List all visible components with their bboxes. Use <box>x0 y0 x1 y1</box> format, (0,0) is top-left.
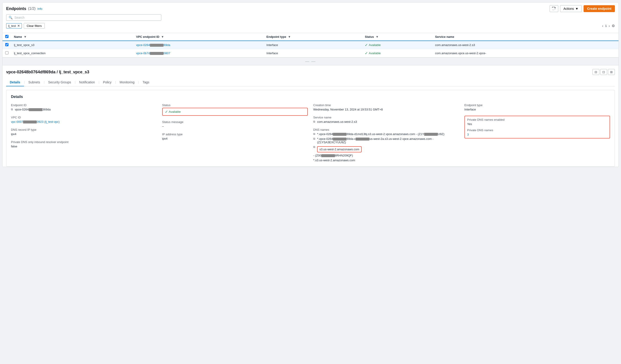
details-card-title: Details <box>11 95 610 99</box>
copy-dns-2-icon[interactable]: ⧉ <box>313 137 315 140</box>
filter-tag: lj_test ✕ <box>6 23 22 29</box>
page-title: Endpoints (1/2) <box>6 6 35 11</box>
status-item: Status ✓ Available <box>162 103 308 116</box>
col-name: Name ▼ <box>11 33 134 41</box>
table-row[interactable]: lj_test_vpce_s3 vpce-0264 69da Interface… <box>2 41 619 49</box>
view-split-btn[interactable]: ⊟ <box>592 69 599 75</box>
search-icon: 🔍 <box>9 16 13 19</box>
table-row[interactable]: lj_test_vpce_connection vpce-0b7d 0807 I… <box>2 49 619 57</box>
col-vpc-endpoint-id: VPC endpoint ID ▼ <box>134 33 264 41</box>
copy-dns-1-icon[interactable]: ⧉ <box>313 132 315 136</box>
row-status-2: ✓ Available <box>362 49 432 57</box>
dns-record-ip-item: DNS record IP type ipv4 <box>11 128 157 136</box>
pagination-next[interactable]: › <box>609 24 610 28</box>
row-checkbox-2[interactable] <box>5 51 8 54</box>
pagination-number: 1 <box>605 24 607 28</box>
tab-notification[interactable]: Notification <box>75 79 99 86</box>
dropdown-icon: ▼ <box>575 7 579 11</box>
tab-details[interactable]: Details <box>6 79 24 86</box>
copy-dns-3-icon[interactable]: ⧉ <box>313 145 315 148</box>
vpc-id-item: VPC ID vpc-0007 0923 (lj_test-vpc) <box>11 116 157 124</box>
service-name-item: Service name ⧉ com.amazonaws.us-west-2.s… <box>313 116 459 124</box>
actions-button[interactable]: Actions ▼ <box>560 5 582 12</box>
view-panel-btn[interactable]: ⊡ <box>600 69 607 75</box>
tab-security-groups[interactable]: Security Groups <box>45 79 75 86</box>
endpoints-table: Name ▼ VPC endpoint ID ▼ Endpoint type ▼… <box>2 33 619 57</box>
row-checkbox-1[interactable] <box>5 43 8 46</box>
col-endpoint-type: Endpoint type ▼ <box>264 33 362 41</box>
tab-policy[interactable]: Policy <box>100 79 115 86</box>
tab-subnets[interactable]: Subnets <box>25 79 44 86</box>
refresh-icon <box>552 7 556 11</box>
pagination-prev[interactable]: ‹ <box>602 24 603 28</box>
drag-handle[interactable]: — — <box>2 57 619 65</box>
detail-title: vpce-02648b0764df869da / lj_test_vpce_s3 <box>6 70 89 75</box>
drag-dots-icon: — — <box>305 59 316 64</box>
details-card: Details Endpoint ID ⧉ vpce-0264 369da VP… <box>6 90 615 167</box>
select-all-checkbox[interactable] <box>5 35 8 38</box>
detail-tabs: Details | Subnets | Security Groups | No… <box>6 79 615 86</box>
status-message-item: Status message – <box>162 120 308 128</box>
copy-service-name-icon[interactable]: ⧉ <box>313 120 315 123</box>
dns-names-item: DNS names ⧉ *.vpce-0264 69da-d1md13bj.s3… <box>313 128 459 162</box>
row-status-1: ✓ Available <box>362 41 432 49</box>
search-input[interactable] <box>14 16 159 19</box>
create-endpoint-button[interactable]: Create endpoint <box>584 5 615 12</box>
tab-monitoring[interactable]: Monitoring <box>116 79 138 86</box>
row-type-1: Interface <box>264 41 362 49</box>
col-service-name: Service name <box>432 33 619 41</box>
clear-filters-button[interactable]: Clear filters <box>24 23 45 29</box>
view-full-btn[interactable]: ⊞ <box>608 69 615 75</box>
info-link[interactable]: Info <box>37 7 42 11</box>
refresh-button[interactable] <box>550 5 558 12</box>
table-settings-icon[interactable]: ⚙ <box>612 24 615 28</box>
col-status: Status ▼ <box>362 33 432 41</box>
private-dns-only-item: Private DNS only inbound resolver endpoi… <box>11 140 157 148</box>
row-name-2: lj_test_vpce_connection <box>11 49 134 57</box>
creation-time-item: Creation time Wednesday, November 13, 20… <box>313 103 459 111</box>
row-type-2: Interface <box>264 49 362 57</box>
search-input-wrap: 🔍 <box>6 14 161 21</box>
endpoint-id-item: Endpoint ID ⧉ vpce-0264 369da <box>11 103 157 111</box>
tab-tags[interactable]: Tags <box>139 79 153 86</box>
filter-tag-remove[interactable]: ✕ <box>17 24 20 28</box>
copy-endpoint-id-icon[interactable]: ⧉ <box>11 108 13 111</box>
row-service-1: com.amazonaws.us-west-2.s3 <box>432 41 619 49</box>
row-service-2: com.amazonaws.vpce.us-west-2.vpce- <box>432 49 619 57</box>
endpoint-type-item: Endpoint type Interface <box>465 103 610 111</box>
row-vpc-id-1: vpce-0264 69da <box>134 41 264 49</box>
row-vpc-id-2: vpce-0b7d 0807 <box>134 49 264 57</box>
ip-address-item: IP address type ipv4 <box>162 133 308 140</box>
row-name-1: lj_test_vpce_s3 <box>11 41 134 49</box>
private-dns-highlight: Private DNS names enabled Yes Private DN… <box>465 116 610 139</box>
